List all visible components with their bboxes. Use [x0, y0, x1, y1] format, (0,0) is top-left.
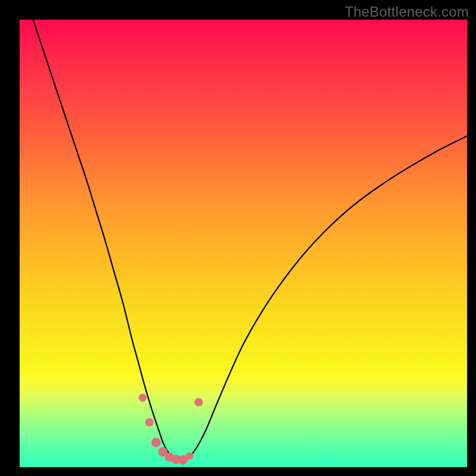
chart-svg [20, 20, 467, 467]
chart-frame: TheBottleneck.com [0, 0, 476, 476]
curve-marker [139, 394, 146, 402]
curve-marker [152, 438, 161, 447]
curve-marker [145, 418, 154, 427]
bottleneck-curve [33, 20, 467, 461]
watermark-text: TheBottleneck.com [345, 4, 469, 20]
curve-marker [186, 452, 193, 459]
curve-markers [139, 394, 203, 465]
curve-marker [195, 398, 203, 406]
plot-area [20, 20, 467, 467]
